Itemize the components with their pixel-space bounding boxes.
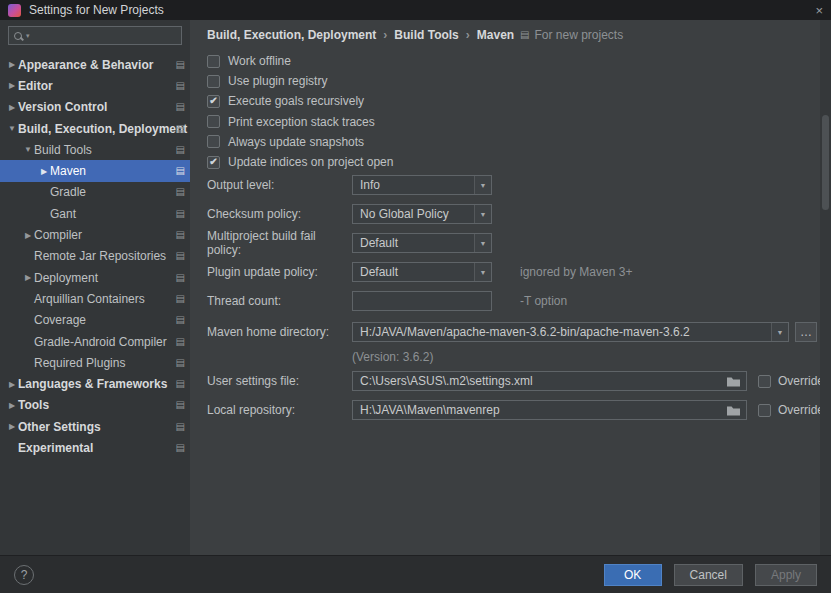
local-repository-input[interactable] [360,403,723,417]
checkbox-print-exception-stack-traces[interactable]: Print exception stack traces [207,112,393,132]
thread-count-field[interactable] [352,291,492,311]
checksum-policy-select[interactable]: No Global Policy ▼ [352,204,492,224]
chevron-right-icon[interactable]: ▶ [22,231,34,240]
sidebar-item-gant[interactable]: Gant ▤ [0,203,190,224]
checkbox-box[interactable] [207,115,220,128]
search-input[interactable]: ▾ [8,26,182,45]
maven-home-label: Maven home directory: [207,325,352,339]
local-repository-field[interactable] [352,400,747,420]
user-settings-field[interactable] [352,371,747,391]
checkbox-always-update-snapshots[interactable]: Always update snapshots [207,132,393,152]
for-new-projects-label: ▤ For new projects [520,28,623,42]
chevron-right-icon[interactable]: ▶ [6,422,18,431]
maven-home-select[interactable]: H:/JAVA/Maven/apache-maven-3.6.2-bin/apa… [352,322,789,342]
sidebar-item-required-plugins[interactable]: Required Plugins ▤ [0,352,190,373]
checkbox-box[interactable] [207,135,220,148]
checkbox-use-plugin-registry[interactable]: Use plugin registry [207,71,393,91]
output-level-select[interactable]: Info ▼ [352,175,492,195]
checksum-policy-value: No Global Policy [353,205,474,223]
folder-icon[interactable] [727,376,740,387]
sidebar-item-label: Compiler [34,228,82,242]
new-projects-badge-icon: ▤ [176,273,185,283]
sidebar-item-label: Coverage [34,313,86,327]
checkbox-execute-goals-recursively[interactable]: ✔ Execute goals recursively [207,91,393,111]
chevron-right-icon[interactable]: ▶ [6,103,18,112]
chevron-down-icon[interactable]: ▼ [771,323,788,341]
checkbox-box[interactable]: ✔ [207,95,220,108]
app-icon [8,4,21,17]
checkbox-box[interactable]: ✔ [207,156,220,169]
thread-count-input[interactable] [360,294,485,308]
scrollbar[interactable] [820,20,831,555]
maven-home-row: Maven home directory: H:/JAVA/Maven/apac… [207,322,817,342]
chevron-right-icon[interactable]: ▶ [6,81,18,90]
chevron-right-icon[interactable]: ▶ [6,60,18,69]
thread-count-row: Thread count: -T option [207,291,567,311]
scrollbar-thumb[interactable] [822,115,829,210]
close-icon[interactable]: × [815,4,823,17]
checkbox-box[interactable] [758,375,771,388]
override-label: Override [778,374,824,388]
sidebar-item-languages-frameworks[interactable]: ▶ Languages & Frameworks ▤ [0,373,190,394]
chevron-down-icon[interactable]: ▼ [474,234,491,252]
checkbox-box[interactable] [207,55,220,68]
new-projects-badge-icon: ▤ [176,81,185,91]
local-repository-override[interactable]: Override [758,403,824,417]
chevron-down-icon[interactable]: ▼ [6,124,18,133]
sidebar-item-remote-jar-repositories[interactable]: Remote Jar Repositories ▤ [0,246,190,267]
sidebar-item-maven[interactable]: ▶ Maven ▤ [0,160,190,181]
sidebar-item-gradle-android-compiler[interactable]: Gradle-Android Compiler ▤ [0,331,190,352]
chevron-right-icon[interactable]: ▶ [6,401,18,410]
sidebar-item-other-settings[interactable]: ▶ Other Settings ▤ [0,416,190,437]
local-repository-label: Local repository: [207,403,352,417]
plugin-update-policy-select[interactable]: Default ▼ [352,262,492,282]
sidebar-item-version-control[interactable]: ▶ Version Control ▤ [0,97,190,118]
local-repository-row: Local repository: Override [207,400,824,420]
chevron-down-icon[interactable]: ▼ [474,205,491,223]
help-button[interactable]: ? [14,565,34,585]
checkmark-icon: ✔ [209,96,217,106]
breadcrumb-part[interactable]: Build, Execution, Deployment [207,28,376,42]
sidebar-item-tools[interactable]: ▶ Tools ▤ [0,395,190,416]
checkbox-box[interactable] [758,404,771,417]
sidebar-item-coverage[interactable]: Coverage ▤ [0,310,190,331]
sidebar-item-experimental[interactable]: Experimental ▤ [0,437,190,458]
chevron-down-icon[interactable]: ▼ [22,145,34,154]
browse-button[interactable]: … [795,322,817,342]
breadcrumb: Build, Execution, Deployment › Build Too… [207,27,514,43]
search-icon [14,32,22,40]
sidebar-item-compiler[interactable]: ▶ Compiler ▤ [0,224,190,245]
footer: ? OK Cancel Apply [0,555,831,593]
checkbox-box[interactable] [207,75,220,88]
apply-button[interactable]: Apply [755,564,817,586]
user-settings-input[interactable] [360,374,723,388]
ok-button[interactable]: OK [604,564,662,586]
user-settings-override[interactable]: Override [758,374,824,388]
chevron-right-icon[interactable]: ▶ [6,380,18,389]
breadcrumb-part[interactable]: Build Tools [394,28,458,42]
chevron-right-icon[interactable]: ▶ [38,167,50,176]
multiproject-fail-policy-select[interactable]: Default ▼ [352,233,492,253]
chevron-down-icon[interactable]: ▼ [474,263,491,281]
new-projects-badge-icon: ▤ [520,30,529,40]
sidebar-item-build-tools[interactable]: ▼ Build Tools ▤ [0,139,190,160]
sidebar-item-build-execution-deployment[interactable]: ▼ Build, Execution, Deployment ▤ [0,118,190,139]
output-level-label: Output level: [207,178,352,192]
sidebar-item-arquillian-containers[interactable]: Arquillian Containers ▤ [0,288,190,309]
user-settings-label: User settings file: [207,374,352,388]
chevron-down-icon: ▾ [26,32,30,40]
checkbox-update-indices-on-project-open[interactable]: ✔ Update indices on project open [207,152,393,172]
new-projects-badge-icon: ▤ [176,337,185,347]
new-projects-badge-icon: ▤ [176,358,185,368]
folder-icon[interactable] [727,405,740,416]
chevron-right-icon[interactable]: ▶ [22,273,34,282]
sidebar-item-editor[interactable]: ▶ Editor ▤ [0,75,190,96]
sidebar-item-gradle[interactable]: Gradle ▤ [0,182,190,203]
sidebar-item-deployment[interactable]: ▶ Deployment ▤ [0,267,190,288]
checkbox-work-offline[interactable]: Work offline [207,51,393,71]
sidebar-item-appearance-behavior[interactable]: ▶ Appearance & Behavior ▤ [0,54,190,75]
checksum-policy-row: Checksum policy: No Global Policy ▼ [207,204,492,224]
chevron-down-icon[interactable]: ▼ [474,176,491,194]
plugin-update-policy-note: ignored by Maven 3+ [520,265,632,279]
cancel-button[interactable]: Cancel [674,564,743,586]
